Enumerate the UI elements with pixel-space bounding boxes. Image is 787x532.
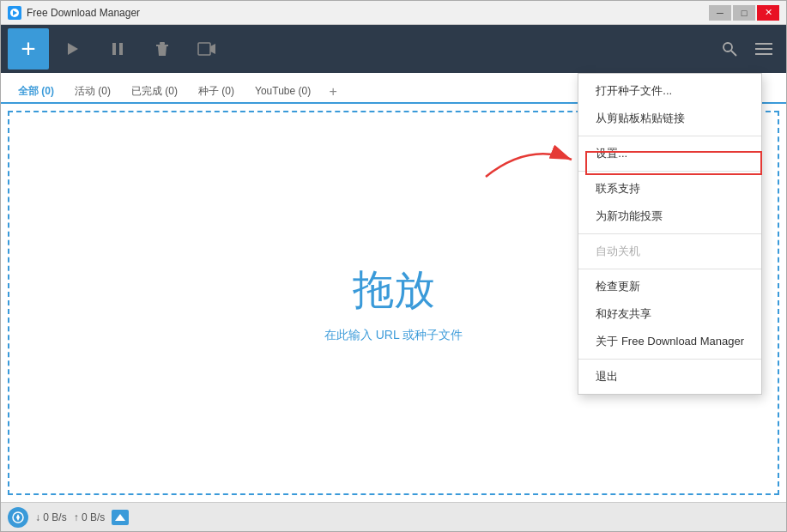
- menu-item-settings[interactable]: 设置...: [578, 140, 761, 167]
- svg-rect-13: [755, 53, 772, 55]
- svg-rect-7: [198, 43, 210, 55]
- play-button[interactable]: [52, 28, 94, 70]
- menu-item-paste-link[interactable]: 从剪贴板粘贴链接: [578, 105, 761, 132]
- search-button[interactable]: [714, 33, 745, 64]
- menu-separator-5: [578, 359, 761, 360]
- expand-button[interactable]: [112, 510, 129, 525]
- maximize-button[interactable]: □: [733, 5, 755, 21]
- toolbar-right: [714, 33, 779, 64]
- title-bar: Free Download Manager ─ □ ✕: [1, 1, 786, 25]
- menu-separator-3: [578, 233, 761, 234]
- drop-subtitle: 在此输入 URL 或种子文件: [324, 328, 463, 343]
- drop-title: 拖放: [353, 263, 435, 317]
- svg-marker-2: [68, 43, 78, 55]
- delete-button[interactable]: [142, 28, 183, 70]
- menu-separator-4: [578, 269, 761, 269]
- menu-item-support[interactable]: 联系支持: [578, 175, 761, 203]
- menu-item-auto-shutdown: 自动关机: [578, 238, 761, 265]
- menu-item-share[interactable]: 和好友共享: [578, 300, 761, 328]
- svg-marker-8: [210, 44, 215, 54]
- title-bar-text: Free Download Manager: [27, 7, 709, 19]
- menu-button[interactable]: [748, 33, 779, 64]
- minimize-button[interactable]: ─: [709, 5, 731, 21]
- app-icon: [8, 6, 21, 20]
- status-icon: [8, 507, 28, 528]
- menu-item-check-updates[interactable]: 检查更新: [578, 273, 761, 300]
- svg-rect-6: [160, 42, 165, 45]
- status-bar: ↓ 0 B/s ↑ 0 B/s: [1, 502, 786, 531]
- upload-speed: ↑ 0 B/s: [74, 511, 106, 523]
- title-bar-controls: ─ □ ✕: [709, 5, 779, 21]
- add-button[interactable]: +: [8, 28, 49, 70]
- svg-rect-11: [755, 43, 772, 45]
- pause-button[interactable]: [97, 28, 138, 70]
- context-menu: 打开种子文件... 从剪贴板粘贴链接 设置... 联系支持 为新功能投票 自动关…: [578, 73, 762, 395]
- tab-torrent[interactable]: 种子 (0): [188, 80, 245, 104]
- menu-item-open-torrent[interactable]: 打开种子文件...: [578, 77, 761, 105]
- tab-youtube[interactable]: YouTube (0): [245, 80, 321, 104]
- menu-separator-1: [578, 136, 761, 136]
- svg-marker-15: [115, 514, 125, 521]
- svg-rect-12: [755, 48, 772, 50]
- app-window: Free Download Manager ─ □ ✕ +: [0, 0, 787, 532]
- svg-point-9: [723, 43, 732, 51]
- menu-item-vote[interactable]: 为新功能投票: [578, 203, 761, 230]
- tab-all[interactable]: 全部 (0): [8, 80, 64, 104]
- toolbar: +: [1, 25, 786, 73]
- svg-rect-4: [119, 43, 123, 55]
- download-speed: ↓ 0 B/s: [35, 511, 67, 523]
- menu-item-exit[interactable]: 退出: [578, 363, 761, 390]
- svg-rect-3: [112, 43, 116, 55]
- tab-completed[interactable]: 已完成 (0): [121, 80, 188, 104]
- svg-rect-5: [156, 45, 168, 46]
- close-button[interactable]: ✕: [757, 5, 779, 21]
- menu-item-about[interactable]: 关于 Free Download Manager: [578, 328, 761, 355]
- tab-add-button[interactable]: +: [321, 80, 345, 104]
- video-button[interactable]: [186, 28, 227, 70]
- svg-line-10: [731, 51, 736, 56]
- tab-active[interactable]: 活动 (0): [64, 80, 121, 104]
- menu-separator-2: [578, 171, 761, 172]
